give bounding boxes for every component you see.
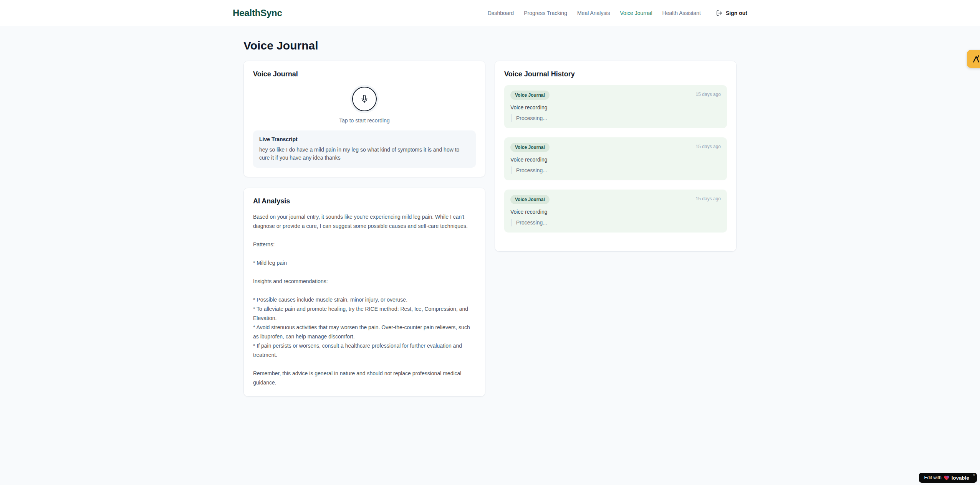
right-column: Voice Journal History Voice Journal 15 d… [495, 61, 737, 252]
sign-out-button[interactable]: Sign out [716, 10, 747, 16]
live-transcript-box: Live Transcript hey so like I do have a … [253, 130, 476, 168]
edit-badge-brand: lovable [952, 475, 969, 481]
entry-timestamp: 15 days ago [696, 91, 721, 97]
entry-title: Voice recording [510, 104, 721, 111]
recorder-card-title: Voice Journal [253, 70, 476, 78]
top-navbar: HealthSync Dashboard Progress Tracking M… [0, 0, 980, 26]
nav-item-progress-tracking[interactable]: Progress Tracking [524, 10, 567, 16]
app-logo[interactable]: HealthSync [233, 8, 282, 18]
history-entry[interactable]: Voice Journal 15 days ago Voice recordin… [504, 85, 727, 128]
logout-icon [716, 10, 722, 16]
nav-item-health-assistant[interactable]: Health Assistant [662, 10, 701, 16]
sign-out-label: Sign out [726, 10, 747, 16]
nav-item-meal-analysis[interactable]: Meal Analysis [577, 10, 610, 16]
page-title: Voice Journal [243, 39, 737, 52]
history-entry[interactable]: Voice Journal 15 days ago Voice recordin… [504, 137, 727, 180]
entry-title: Voice recording [510, 157, 721, 163]
side-floating-button[interactable] [967, 50, 980, 68]
entry-status: Processing... [511, 114, 721, 122]
live-transcript-title: Live Transcript [259, 136, 470, 142]
nav-item-dashboard[interactable]: Dashboard [488, 10, 514, 16]
ai-analysis-body: Based on your journal entry, it sounds l… [253, 212, 476, 387]
microphone-icon [360, 95, 369, 103]
history-card-title: Voice Journal History [504, 70, 727, 78]
entry-timestamp: 15 days ago [696, 143, 721, 149]
entry-type-badge: Voice Journal [510, 91, 550, 100]
main-content: Voice Journal Voice Journal [243, 26, 737, 397]
voice-recorder-card: Voice Journal Tap to start recording [243, 61, 485, 177]
nav-item-voice-journal[interactable]: Voice Journal [620, 10, 652, 16]
left-column: Voice Journal Tap to start recording [243, 61, 485, 397]
ai-analysis-card: AI Analysis Based on your journal entry,… [243, 188, 485, 397]
entry-status: Processing... [511, 167, 721, 174]
voice-journal-history-card: Voice Journal History Voice Journal 15 d… [495, 61, 737, 252]
close-icon[interactable]: × [973, 473, 975, 477]
ai-analysis-title: AI Analysis [253, 197, 476, 205]
history-entry[interactable]: Voice Journal 15 days ago Voice recordin… [504, 190, 727, 233]
edit-badge-prefix: Edit with [924, 475, 941, 480]
entry-timestamp: 15 days ago [696, 195, 721, 201]
history-list: Voice Journal 15 days ago Voice recordin… [504, 85, 727, 233]
gradient-heart-icon [944, 475, 949, 480]
record-button[interactable] [352, 87, 377, 111]
entry-type-badge: Voice Journal [510, 143, 550, 152]
edit-with-lovable-badge[interactable]: Edit with lovable × [919, 473, 977, 483]
main-nav: Dashboard Progress Tracking Meal Analysi… [488, 10, 747, 16]
lovable-caret-icon [972, 54, 980, 64]
entry-title: Voice recording [510, 209, 721, 215]
entry-type-badge: Voice Journal [510, 195, 550, 204]
entry-status: Processing... [511, 219, 721, 226]
tap-to-record-hint: Tap to start recording [339, 117, 390, 124]
live-transcript-text: hey so like I do have a mild pain in my … [259, 146, 470, 162]
